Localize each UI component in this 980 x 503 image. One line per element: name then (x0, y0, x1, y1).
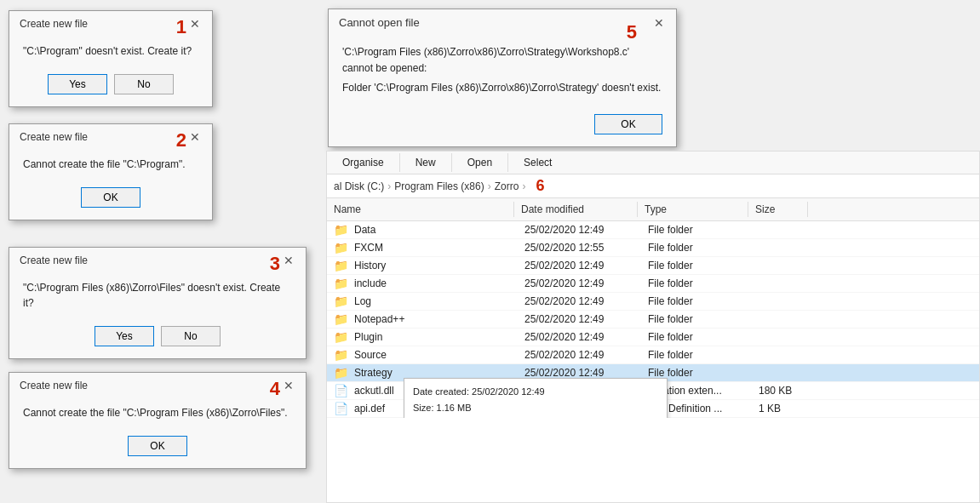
file-date: 25/02/2020 12:49 (524, 313, 648, 325)
column-header-size[interactable]: Size (748, 202, 808, 217)
file-list: 📁Data25/02/2020 12:49File folder📁FXCM25/… (327, 221, 979, 418)
column-header-type[interactable]: Type (638, 202, 748, 217)
file-date: 25/02/2020 12:49 (524, 331, 648, 343)
cannot-open-number: 5 (627, 21, 637, 43)
dialog4-ok-button[interactable]: OK (128, 436, 187, 456)
dialog2-title: Create new file (20, 131, 88, 143)
dialog3-no-button[interactable]: No (161, 326, 221, 346)
explorer-column-headers: Name Date modified Type Size (327, 198, 979, 221)
cannot-open-dialog: Cannot open file 5 ✕ 'C:\Program Files (… (328, 9, 677, 147)
dialog1-title: Create new file (20, 18, 88, 30)
breadcrumb-disk[interactable]: al Disk (C:) (334, 180, 384, 192)
toolbar-select-button[interactable]: Select (508, 153, 567, 172)
file-type: File folder (648, 277, 759, 289)
file-name: Data (354, 224, 524, 236)
file-name: Notepad++ (354, 313, 524, 325)
file-type: File folder (648, 242, 759, 254)
folder-icon: 📁 (334, 366, 351, 380)
column-header-name[interactable]: Name (327, 202, 514, 217)
file-type: File folder (648, 295, 759, 307)
dialog3-yes-button[interactable]: Yes (95, 326, 154, 346)
dialog4-title: Create new file (20, 380, 88, 392)
folder-icon: 📁 (334, 259, 351, 272)
file-name: Strategy (354, 367, 524, 379)
folder-icon: 📁 (334, 312, 351, 326)
dialog1-close-button[interactable]: ✕ (188, 18, 202, 30)
file-date: 25/02/2020 12:55 (524, 242, 648, 254)
file-date: 25/02/2020 12:49 (524, 349, 648, 361)
file-type: File folder (648, 260, 759, 272)
breadcrumb-program-files[interactable]: Program Files (x86) (394, 180, 484, 192)
explorer-number: 6 (536, 177, 544, 195)
cannot-open-line2: Folder 'C:\Program Files (x86)\Zorro\x86… (342, 80, 662, 96)
file-type: File folder (648, 313, 759, 325)
file-type: File folder (648, 224, 759, 236)
file-date: 25/02/2020 12:49 (524, 260, 648, 272)
file-name: include (354, 277, 524, 289)
breadcrumb-sep2: › (488, 180, 491, 192)
dialog1-number: 1 (176, 16, 186, 38)
dialog2-number: 2 (176, 129, 186, 151)
file-size: 180 KB (759, 385, 818, 397)
file-type: File folder (648, 367, 759, 379)
file-type: File folder (648, 349, 759, 361)
folder-icon: 📁 (334, 277, 351, 290)
column-header-date[interactable]: Date modified (514, 202, 638, 217)
dialog1-yes-button[interactable]: Yes (48, 74, 107, 94)
file-icon: 📄 (334, 402, 351, 415)
toolbar-open-button[interactable]: Open (452, 153, 508, 172)
dialog3-number: 3 (270, 253, 280, 275)
explorer-toolbar: Organise New Open Select (327, 151, 979, 174)
file-name: Plugin (354, 331, 524, 343)
folder-icon: 📁 (334, 348, 351, 362)
explorer-breadcrumb: al Disk (C:) › Program Files (x86) › Zor… (327, 174, 979, 198)
file-name: Log (354, 295, 524, 307)
file-size: 1 KB (759, 403, 818, 414)
folder-icon: 📁 (334, 223, 351, 237)
file-row[interactable]: 📁Strategy25/02/2020 12:49File folderDate… (327, 364, 979, 382)
file-row[interactable]: 📁Plugin25/02/2020 12:49File folder (327, 329, 979, 346)
toolbar-new-button[interactable]: New (400, 153, 452, 172)
toolbar-organise-button[interactable]: Organise (327, 153, 400, 172)
file-date: 25/02/2020 12:49 (524, 224, 648, 236)
file-row[interactable]: 📁FXCM25/02/2020 12:55File folder (327, 239, 979, 257)
breadcrumb-sep1: › (387, 180, 391, 192)
file-name: History (354, 260, 524, 272)
dialog2-close-button[interactable]: ✕ (188, 131, 202, 143)
cannot-open-close-button[interactable]: ✕ (652, 17, 666, 29)
folder-icon: 📁 (334, 294, 351, 308)
file-date: 25/02/2020 12:49 (524, 295, 648, 307)
dialog1-no-button[interactable]: No (114, 74, 174, 94)
dialog3-close-button[interactable]: ✕ (282, 254, 295, 266)
dialog-create-file-2: Create new file 2 ✕ Cannot create the fi… (9, 123, 213, 220)
file-type: File folder (648, 331, 759, 343)
tooltip-created: Date created: 25/02/2020 12:49 (413, 386, 545, 397)
cannot-open-title: Cannot open file (339, 16, 420, 29)
file-row[interactable]: 📁Notepad++25/02/2020 12:49File folder (327, 311, 979, 329)
dialog2-ok-button[interactable]: OK (81, 187, 140, 208)
file-row[interactable]: 📁History25/02/2020 12:49File folder (327, 257, 979, 275)
file-row[interactable]: 📁Data25/02/2020 12:49File folder (327, 221, 979, 239)
file-explorer: Organise New Open Select al Disk (C:) › … (326, 151, 980, 503)
file-date: 25/02/2020 12:49 (524, 367, 648, 379)
breadcrumb-zorro[interactable]: Zorro (495, 180, 519, 192)
file-row[interactable]: 📁Log25/02/2020 12:49File folder (327, 293, 979, 311)
dialog3-title: Create new file (20, 254, 88, 266)
file-icon: 📄 (334, 384, 351, 397)
folder-icon: 📁 (334, 241, 351, 254)
breadcrumb-sep3: › (522, 180, 525, 192)
cannot-open-line1: 'C:\Program Files (x86)\Zorro\x86)\Zorro… (342, 44, 662, 77)
cannot-open-ok-button[interactable]: OK (594, 114, 662, 134)
tooltip-size: Size: 1.16 MB (413, 403, 471, 413)
dialog1-message: "C:\Program" doesn't exist. Create it? (23, 45, 192, 57)
file-tooltip: Date created: 25/02/2020 12:49Size: 1.16… (404, 378, 668, 418)
dialog-create-file-4: Create new file 4 ✕ Cannot create the fi… (9, 372, 307, 469)
dialog4-number: 4 (270, 378, 280, 400)
file-row[interactable]: 📁include25/02/2020 12:49File folder (327, 275, 979, 293)
file-row[interactable]: 📁Source25/02/2020 12:49File folder (327, 346, 979, 364)
dialog4-close-button[interactable]: ✕ (282, 380, 295, 392)
file-date: 25/02/2020 12:49 (524, 277, 648, 289)
dialog3-message: "C:\Program Files (x86)\Zorro\Files" doe… (23, 282, 280, 309)
file-name: Source (354, 349, 524, 361)
dialog-create-file-3: Create new file 3 ✕ "C:\Program Files (x… (9, 247, 307, 359)
